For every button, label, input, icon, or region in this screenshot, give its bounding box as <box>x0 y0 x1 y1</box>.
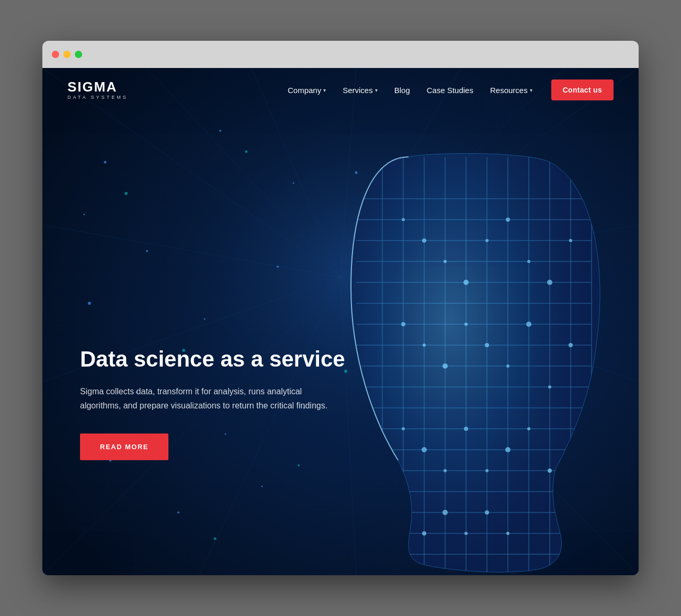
nav-link-resources[interactable]: Resources ▾ <box>490 86 532 95</box>
svg-point-21 <box>146 250 148 252</box>
nav-link-services[interactable]: Services ▾ <box>343 86 378 95</box>
nav-link-case-studies[interactable]: Case Studies <box>427 86 473 95</box>
chevron-down-icon: ▾ <box>323 87 326 93</box>
svg-point-24 <box>277 266 279 268</box>
logo-text-main: SIGMA <box>67 80 128 94</box>
navigation: SIGMA DATA SYSTEMS Company ▾ <box>42 68 639 112</box>
svg-point-39 <box>298 464 300 466</box>
hero-title: Data science as a service <box>80 346 345 372</box>
nav-link-blog[interactable]: Blog <box>394 86 410 95</box>
nav-links: Company ▾ Services ▾ Blo <box>288 86 532 95</box>
read-more-button[interactable]: READ MORE <box>80 434 168 460</box>
nav-item-services[interactable]: Services ▾ <box>343 86 378 95</box>
website-content: SIGMA DATA SYSTEMS Company ▾ <box>42 68 639 575</box>
svg-point-37 <box>245 151 248 153</box>
svg-point-23 <box>204 318 206 320</box>
svg-point-40 <box>214 538 217 540</box>
svg-point-36 <box>124 192 128 195</box>
svg-point-97 <box>402 511 405 514</box>
svg-point-31 <box>262 486 263 487</box>
ai-head-illustration <box>330 105 639 575</box>
svg-point-18 <box>104 161 107 164</box>
svg-point-33 <box>84 214 85 215</box>
svg-point-30 <box>177 511 179 514</box>
hero-section: SIGMA DATA SYSTEMS Company ▾ <box>42 68 639 575</box>
contact-button[interactable]: Contact us <box>551 79 614 100</box>
hero-content: Data science as a service Sigma collects… <box>80 346 345 460</box>
nav-item-company[interactable]: Company ▾ <box>288 86 326 95</box>
svg-point-20 <box>293 182 294 184</box>
svg-point-19 <box>219 130 221 132</box>
minimize-button-icon[interactable] <box>63 51 71 58</box>
hero-subtitle: Sigma collects data, transform it for an… <box>80 384 336 413</box>
logo[interactable]: SIGMA DATA SYSTEMS <box>67 80 128 100</box>
chevron-down-icon: ▾ <box>530 87 532 93</box>
browser-window: SIGMA DATA SYSTEMS Company ▾ <box>42 41 639 575</box>
close-button-icon[interactable] <box>52 51 59 58</box>
chevron-down-icon: ▾ <box>375 87 378 93</box>
nav-item-case-studies[interactable]: Case Studies <box>427 86 473 95</box>
nav-item-blog[interactable]: Blog <box>394 86 410 95</box>
nav-item-resources[interactable]: Resources ▾ <box>490 86 532 95</box>
nav-link-company[interactable]: Company ▾ <box>288 86 326 95</box>
svg-point-22 <box>88 302 91 305</box>
browser-chrome <box>42 41 639 68</box>
logo-text-sub: DATA SYSTEMS <box>67 95 128 100</box>
maximize-button-icon[interactable] <box>75 51 82 58</box>
